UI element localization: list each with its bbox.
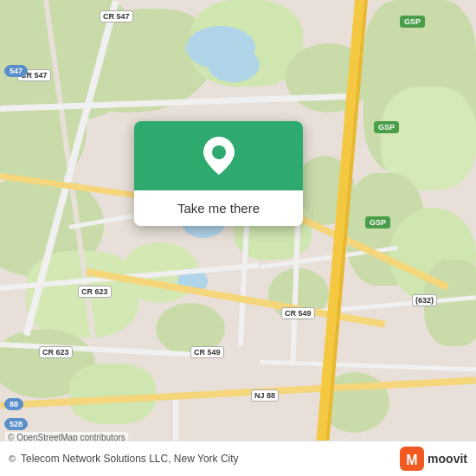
business-info: Telecom Network Solutions LLC, New York … [21,453,238,465]
svg-point-0 [212,145,226,159]
moovit-logo: M moovit [400,447,467,471]
moovit-icon: M [400,447,424,471]
bottom-bar: © Telecom Network Solutions LLC, New Yor… [0,441,476,476]
road-badge-gsp-top: GSP [400,16,425,28]
moovit-label: moovit [428,452,467,466]
road-badge-cr623-2: CR 623 [39,346,73,358]
road-badge-nj88: NJ 88 [251,389,279,402]
road-badge-cr547-top: CR 547 [100,10,133,23]
road-badge-88: 88 [4,398,23,410]
location-pin-icon [203,137,235,175]
road-badge-528: 528 [4,418,28,430]
road-badge-gsp-lower: GSP [365,216,390,228]
bottom-bar-left: © Telecom Network Solutions LLC, New Yor… [9,453,239,465]
road-badge-547: 547 [4,65,28,77]
take-me-there-button[interactable]: Take me there [134,190,303,226]
road-badge-cr623-1: CR 623 [78,286,112,298]
osm-logo: © [9,453,16,464]
popup-card: Take me there [134,121,303,226]
road-badge-cr549-1: CR 549 [281,307,315,319]
popup-header [134,121,303,190]
road-badge-cr549-2: CR 549 [190,346,224,358]
road-badge-632: (632) [412,294,437,306]
water-body [208,48,260,82]
road-badge-gsp-mid: GSP [374,121,399,133]
svg-text:M: M [406,453,417,467]
popup-button-label: Take me there [177,201,260,215]
map-container: CR 547 CR 547 GSP GSP GSP CR 549 CR 549 … [0,0,476,476]
